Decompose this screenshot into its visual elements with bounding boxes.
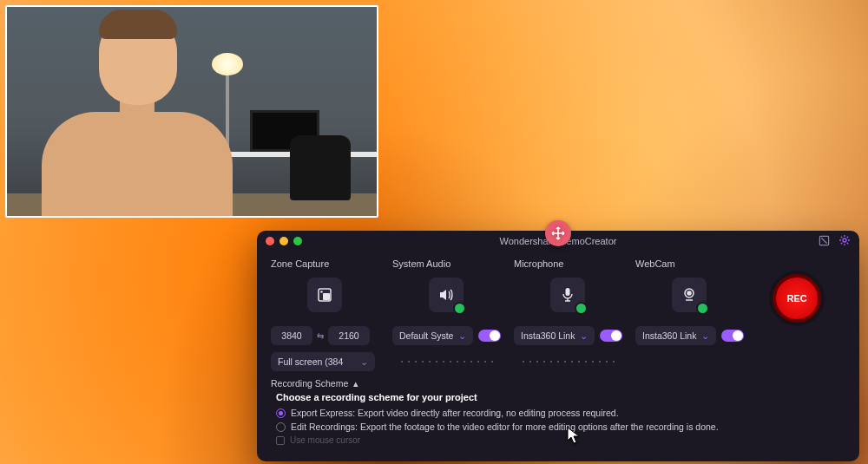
chevron-down-icon: ⌄ bbox=[580, 330, 588, 341]
webcam-icon bbox=[681, 286, 698, 304]
fullscreen-select[interactable]: Full screen (384⌄ bbox=[271, 352, 375, 371]
chevron-down-icon: ⌄ bbox=[360, 356, 368, 367]
record-label: REC bbox=[786, 293, 806, 304]
expand-icon[interactable] bbox=[819, 235, 830, 248]
webcam-label: WebCam bbox=[635, 258, 675, 269]
system-audio-tile[interactable] bbox=[429, 278, 464, 312]
svg-rect-5 bbox=[566, 288, 570, 296]
webcam-tile[interactable] bbox=[672, 278, 707, 312]
edit-recordings-radio[interactable] bbox=[276, 422, 286, 432]
mouse-cursor-icon bbox=[567, 427, 581, 449]
system-audio-select[interactable]: Default Syste⌄ bbox=[392, 326, 473, 345]
presenter-figure bbox=[16, 16, 259, 216]
system-audio-level[interactable] bbox=[398, 360, 494, 363]
microphone-icon bbox=[559, 286, 576, 304]
scheme-title: Choose a recording scheme for your proje… bbox=[257, 390, 859, 406]
caret-up-icon[interactable]: ▴ bbox=[353, 378, 358, 389]
svg-point-7 bbox=[687, 291, 691, 295]
speaker-icon bbox=[437, 286, 455, 304]
webcam-overlay bbox=[5, 5, 378, 218]
webcam-select[interactable]: Insta360 Link⌄ bbox=[635, 326, 716, 345]
export-express-label: Export Express: Export video directly af… bbox=[291, 408, 619, 418]
crop-screen-icon bbox=[316, 286, 333, 304]
use-mouse-cursor-checkbox[interactable] bbox=[276, 436, 285, 445]
zone-capture-label: Zone Capture bbox=[271, 258, 329, 269]
zone-capture-tile[interactable] bbox=[307, 278, 342, 312]
system-audio-toggle[interactable] bbox=[478, 330, 501, 342]
edit-recordings-label: Edit Recordings: Export the footage to t… bbox=[291, 422, 719, 432]
microphone-label: Microphone bbox=[514, 258, 563, 269]
democreator-window: Wondershare DemoCreator Zone Capture Sys… bbox=[257, 231, 859, 461]
move-handle-icon[interactable] bbox=[545, 220, 571, 246]
svg-point-1 bbox=[843, 239, 846, 242]
system-audio-label: System Audio bbox=[392, 258, 450, 269]
chevron-down-icon: ⌄ bbox=[458, 330, 466, 341]
microphone-toggle[interactable] bbox=[600, 330, 622, 342]
svg-rect-3 bbox=[323, 293, 330, 300]
microphone-select[interactable]: Insta360 Link⌄ bbox=[514, 326, 595, 345]
microphone-tile[interactable] bbox=[550, 278, 585, 312]
chevron-down-icon: ⌄ bbox=[701, 330, 709, 341]
record-button[interactable]: REC bbox=[773, 274, 821, 323]
height-input[interactable]: 2160 bbox=[328, 326, 370, 345]
microphone-level[interactable] bbox=[520, 360, 615, 363]
export-express-radio[interactable] bbox=[276, 408, 286, 418]
webcam-toggle[interactable] bbox=[721, 330, 744, 342]
recording-scheme-header[interactable]: Recording Scheme bbox=[271, 378, 348, 389]
use-mouse-cursor-label: Use mouse cursor bbox=[290, 435, 360, 445]
svg-point-4 bbox=[320, 291, 322, 292]
settings-gear-icon[interactable] bbox=[838, 234, 851, 248]
link-dimensions-icon[interactable]: ⇆ bbox=[317, 331, 324, 341]
width-input[interactable]: 3840 bbox=[271, 326, 312, 345]
